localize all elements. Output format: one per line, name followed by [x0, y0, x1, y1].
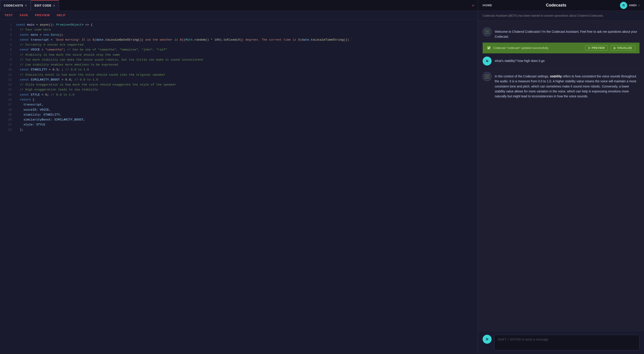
nav-home[interactable]: HOME — [482, 3, 492, 7]
line-number: 16 — [4, 97, 12, 102]
line-number: 4 — [4, 37, 12, 42]
line-content: const STABILITY = 0.3; ; // 0.0 to 1.0 — [16, 67, 474, 72]
line-number: 15 — [4, 92, 12, 97]
code-line: 20 similarityBoost: SIMILARITY_BOOST, — [0, 117, 478, 122]
code-line: 10 const STABILITY = 0.3; ; // 0.0 to 1.… — [0, 67, 478, 72]
user-avatar-1: N — [482, 56, 492, 65]
line-content: // Stability is how much the voice shoul… — [16, 52, 474, 57]
line-content: const transcript = `Good morning! It is … — [16, 37, 474, 42]
code-line: 13 // Style exaggeration is how much the… — [0, 82, 478, 87]
user-avatar: N — [620, 2, 627, 9]
code-editor[interactable]: 1const main = async(): Promise<Object> =… — [0, 20, 478, 354]
success-banner: ✅ Codecast "codecast" updated successful… — [482, 43, 640, 53]
chat-panel: Codecast Assistant (BETA) has been train… — [478, 11, 644, 354]
line-content: transcript, — [16, 102, 474, 107]
svg-rect-3 — [485, 74, 489, 78]
tab-edit-code[interactable]: EDIT CODE × — [31, 0, 59, 10]
preview-icon: ⊙ — [588, 46, 590, 49]
line-number: 5 — [4, 42, 12, 47]
tab-edit-code-label: EDIT CODE — [34, 4, 52, 7]
code-line: 9 // Low stability enables more emotions… — [0, 62, 478, 67]
line-number: 11 — [4, 72, 12, 77]
svg-point-5 — [487, 76, 488, 76]
line-number: 6 — [4, 47, 12, 52]
chat-messages: Welcome to Chatend Codecasts! I'm the Co… — [478, 21, 644, 331]
line-number: 10 — [4, 67, 12, 72]
line-number: 2 — [4, 27, 12, 32]
success-check-icon: ✅ — [487, 46, 491, 49]
bot-avatar-1 — [482, 27, 492, 36]
svg-point-1 — [486, 31, 487, 32]
code-line: 22 }; — [0, 127, 478, 132]
line-number: 17 — [4, 102, 12, 107]
line-content: // Low stability enables more emotions t… — [16, 62, 474, 67]
line-content: }; — [16, 127, 474, 132]
code-panel: TEST SAVE PREVIEW HELP 1const main = asy… — [0, 11, 478, 354]
code-line: 12 const SIMILARITY_BOOST = 0.8; // 0.0 … — [0, 77, 478, 82]
chat-input[interactable] — [494, 335, 640, 351]
line-content: // Style exaggeration is how much the vo… — [16, 82, 474, 87]
line-content: style: STYLE — [16, 122, 474, 127]
line-content: // Currently 4 voices are supported — [16, 42, 474, 47]
code-line: 8 // Too much stability can make the voi… — [0, 57, 478, 62]
svg-rect-0 — [485, 30, 489, 34]
message-user-1: N what's stability? how high does it go — [482, 53, 640, 69]
chat-input-row: N — [478, 331, 644, 354]
message-bot-welcome: Welcome to Chatend Codecasts! I'm the Co… — [482, 24, 640, 43]
top-bar: CODECASTS × EDIT CODE × » HOME Codecasts… — [0, 0, 644, 11]
code-line: 16 return { — [0, 97, 478, 102]
line-number: 8 — [4, 57, 12, 62]
test-button[interactable]: TEST — [4, 13, 13, 17]
expand-icon: » — [472, 3, 474, 8]
msg-text-bot-answer: In the context of the Codecast settings,… — [495, 72, 640, 99]
preview-button[interactable]: PREVIEW — [35, 13, 50, 17]
line-number: 7 — [4, 52, 12, 57]
user-menu[interactable]: N ANDI ▾ — [620, 2, 640, 9]
code-line: 19 stability: STABILITY, — [0, 112, 478, 117]
left-tabs: CODECASTS × EDIT CODE × » — [0, 0, 478, 10]
help-button[interactable]: HELP — [57, 13, 66, 17]
tab-codecasts-close[interactable]: × — [25, 4, 27, 7]
line-number: 22 — [4, 127, 12, 132]
bot-avatar-2 — [482, 72, 492, 81]
code-line: 11 // Similarity boost is how much the v… — [0, 72, 478, 77]
code-line: 6 const VOICE = "samantha"; // Can be on… — [0, 47, 478, 52]
line-content: similarityBoost: SIMILARITY_BOOST, — [16, 117, 474, 122]
line-content: const SIMILARITY_BOOST = 0.8; // 0.0 to … — [16, 77, 474, 82]
line-content: const main = async(): Promise<Object> =>… — [16, 22, 474, 27]
svg-point-4 — [486, 76, 487, 76]
line-number: 1 — [4, 22, 12, 27]
tab-edit-code-close[interactable]: × — [53, 4, 55, 7]
preview-banner-button[interactable]: ⊙ PREVIEW — [585, 45, 608, 51]
line-content: return { — [16, 97, 474, 102]
line-content: // Too much stability can make the voice… — [16, 57, 474, 62]
right-header: HOME Codecasts N ANDI ▾ — [478, 0, 644, 10]
user-name: ANDI — [629, 3, 636, 7]
line-number: 21 — [4, 122, 12, 127]
msg-text-user-1: what's stability? how high does it go — [495, 56, 640, 63]
expand-button[interactable]: » — [468, 3, 478, 8]
code-line: 14 // High exaggeration leads to low sta… — [0, 87, 478, 92]
code-line: 3 const date = new Date(); — [0, 32, 478, 37]
user-avatar-input: N — [482, 335, 492, 344]
tab-codecasts[interactable]: CODECASTS × — [0, 0, 31, 10]
tab-codecasts-label: CODECASTS — [4, 4, 23, 7]
code-toolbar: TEST SAVE PREVIEW HELP — [0, 11, 478, 20]
code-line: 18 voiceID: VOICE, — [0, 107, 478, 112]
visualize-banner-button[interactable]: ◎ VISUALIZE — [610, 45, 635, 51]
main-content: TEST SAVE PREVIEW HELP 1const main = asy… — [0, 11, 644, 354]
line-number: 3 — [4, 32, 12, 37]
code-line: 2 // Your code here — [0, 27, 478, 32]
code-line: 15 const STYLE = 0; // 0.0 to 1.0 — [0, 92, 478, 97]
line-content: // Similarity boost is how much the voic… — [16, 72, 474, 77]
chevron-down-icon: ▾ — [638, 4, 640, 6]
line-content: voiceID: VOICE, — [16, 107, 474, 112]
code-line: 21 style: STYLE — [0, 122, 478, 127]
line-number: 9 — [4, 62, 12, 67]
code-line: 5 // Currently 4 voices are supported — [0, 42, 478, 47]
save-button[interactable]: SAVE — [20, 13, 28, 17]
line-number: 20 — [4, 117, 12, 122]
line-number: 12 — [4, 77, 12, 82]
line-number: 13 — [4, 82, 12, 87]
code-line: 7 // Stability is how much the voice sho… — [0, 52, 478, 57]
